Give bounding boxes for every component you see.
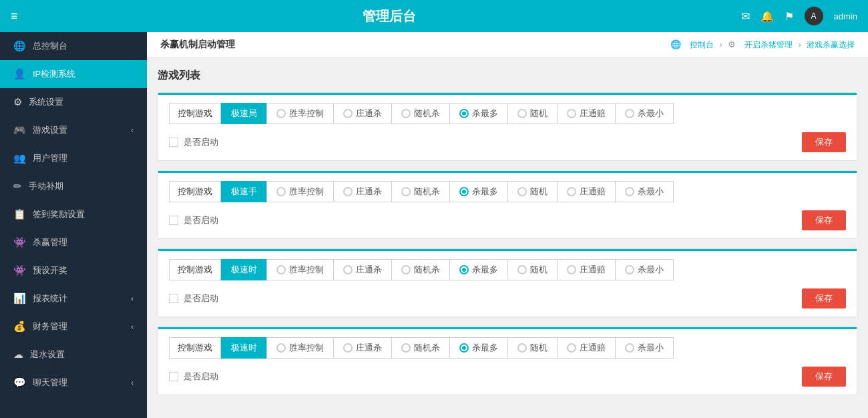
avatar[interactable]: A (805, 7, 823, 25)
radio-circle-4-6 (625, 343, 634, 353)
rebate-icon: ☁ (13, 349, 23, 361)
radio-banker-comp-1[interactable]: 庄通赔 (557, 103, 616, 124)
bell-icon[interactable]: 🔔 (761, 10, 774, 23)
arrow-icon: ‹ (131, 126, 134, 134)
game-card-1-controls: 控制游戏 极速局 胜率控制 庄通杀 (169, 103, 846, 124)
enable-row-4: 是否启动 (169, 371, 218, 383)
radio-kill-most-2[interactable]: 杀最多 (449, 181, 508, 202)
radio-label-2-4: 随机 (530, 186, 548, 198)
radio-kill-most-1[interactable]: 杀最多 (449, 103, 508, 124)
hamburger-button[interactable]: ≡ (11, 9, 18, 23)
game-card-4-header: 控制游戏 极速时 胜率控制 庄通杀 (158, 327, 857, 359)
save-button-1[interactable]: 保存 (802, 132, 846, 152)
kill-icon: 👾 (13, 236, 26, 248)
radio-kill-min-3[interactable]: 杀最小 (615, 259, 674, 280)
game-badge-4[interactable]: 极速时 (221, 337, 267, 359)
sidebar-item-kill-management[interactable]: 👾 杀赢管理 (0, 228, 147, 256)
sidebar-item-ip-detection[interactable]: 👤 IP检测系统 (0, 60, 147, 88)
finance-icon: 💰 (13, 321, 26, 333)
sidebar-item-manual[interactable]: ✏ 手动补期 (0, 172, 147, 200)
sidebar-item-game-settings[interactable]: 🎮 游戏设置 ‹ (0, 116, 147, 144)
header-title: 管理后台 (37, 7, 741, 25)
game-badge-3[interactable]: 极速时 (221, 259, 267, 280)
radio-random-2[interactable]: 随机 (507, 181, 558, 202)
save-button-3[interactable]: 保存 (802, 288, 846, 308)
radio-win-rate-4[interactable]: 胜率控制 (266, 337, 334, 359)
game-icon: 🎮 (13, 124, 26, 136)
radio-kill-min-1[interactable]: 杀最小 (615, 103, 674, 124)
sidebar-item-chat[interactable]: 💬 聊天管理 ‹ (0, 369, 147, 397)
enable-label-3: 是否启动 (184, 292, 218, 304)
sidebar-item-reports[interactable]: 📊 报表统计 ‹ (0, 284, 147, 312)
radio-kill-min-2[interactable]: 杀最小 (615, 181, 674, 202)
game-card-3-body: 是否启动 保存 (158, 280, 857, 317)
avatar-letter: A (811, 11, 817, 21)
radio-label-2-1: 庄通杀 (356, 186, 382, 198)
radio-random-kill-1[interactable]: 随机杀 (391, 103, 450, 124)
sidebar-label-signin: 签到奖励设置 (33, 208, 85, 220)
radio-banker-kill-4[interactable]: 庄通杀 (333, 337, 392, 359)
radio-label-4-3: 杀最多 (472, 342, 498, 354)
game-card-4: 控制游戏 极速时 胜率控制 庄通杀 (158, 327, 857, 395)
breadcrumb-link-1[interactable]: 控制台 (690, 40, 714, 49)
radio-label-1-5: 庄通赔 (580, 108, 606, 120)
radio-banker-kill-2[interactable]: 庄通杀 (333, 181, 392, 202)
radio-random-4[interactable]: 随机 (507, 337, 558, 359)
enable-checkbox-2[interactable] (169, 216, 178, 225)
sidebar-item-preset[interactable]: 👾 预设开奖 (0, 256, 147, 284)
radio-random-kill-3[interactable]: 随机杀 (391, 259, 450, 280)
radio-group-2: 胜率控制 庄通杀 随机杀 (267, 181, 846, 202)
flag-icon[interactable]: ⚑ (785, 10, 794, 23)
game-label-2: 控制游戏 (169, 181, 221, 202)
radio-circle-2-0 (276, 187, 286, 196)
game-badge-1[interactable]: 极速局 (221, 103, 267, 124)
radio-banker-comp-4[interactable]: 庄通赔 (557, 337, 616, 359)
game-card-2: 控制游戏 极速手 胜率控制 庄通杀 (158, 170, 857, 239)
sidebar-item-user-management[interactable]: 👥 用户管理 (0, 144, 147, 172)
radio-kill-most-3[interactable]: 杀最多 (449, 259, 508, 280)
save-button-2[interactable]: 保存 (802, 210, 846, 230)
sidebar-item-system-settings[interactable]: ⚙ 系统设置 (0, 88, 147, 116)
sidebar-label-kill: 杀赢管理 (33, 236, 67, 248)
radio-random-3[interactable]: 随机 (507, 259, 558, 280)
enable-checkbox-4[interactable] (169, 372, 178, 381)
enable-row-2: 是否启动 (169, 214, 218, 226)
radio-random-1[interactable]: 随机 (507, 103, 558, 124)
radio-banker-comp-3[interactable]: 庄通赔 (557, 259, 616, 280)
radio-label-1-1: 庄通杀 (356, 108, 382, 120)
game-badge-2[interactable]: 极速手 (221, 181, 267, 202)
radio-banker-kill-3[interactable]: 庄通杀 (333, 259, 392, 280)
radio-win-rate-3[interactable]: 胜率控制 (266, 259, 334, 280)
radio-circle-3-2 (401, 265, 411, 274)
enable-label-1: 是否启动 (184, 136, 218, 148)
radio-random-kill-2[interactable]: 随机杀 (391, 181, 450, 202)
sidebar-item-finance[interactable]: 💰 财务管理 ‹ (0, 312, 147, 341)
enable-checkbox-3[interactable] (169, 294, 178, 303)
radio-banker-kill-1[interactable]: 庄通杀 (333, 103, 392, 124)
radio-circle-4-4 (517, 343, 527, 353)
radio-circle-1-4 (517, 109, 527, 118)
radio-label-2-3: 杀最多 (472, 186, 498, 198)
radio-kill-most-4[interactable]: 杀最多 (449, 337, 508, 359)
game-card-3: 控制游戏 极速时 胜率控制 庄通杀 (158, 248, 857, 317)
game-card-1-header: 控制游戏 极速局 胜率控制 庄通杀 (158, 93, 857, 124)
radio-label-4-6: 杀最小 (638, 342, 664, 354)
preset-icon: 👾 (13, 264, 26, 276)
radio-random-kill-4[interactable]: 随机杀 (391, 337, 450, 359)
main: 杀赢机制启动管理 🌐 控制台 › ⚙ 开启杀猪管理 › 游戏杀赢选择 游戏列表 (147, 32, 868, 418)
ip-icon: 👤 (13, 68, 26, 80)
sidebar-item-signin[interactable]: 📋 签到奖励设置 (0, 200, 147, 228)
radio-win-rate-1[interactable]: 胜率控制 (266, 103, 334, 124)
breadcrumb-sep2: › (720, 40, 722, 49)
radio-win-rate-2[interactable]: 胜率控制 (266, 181, 334, 202)
breadcrumb-link-2[interactable]: 开启杀猪管理 (744, 40, 793, 49)
radio-banker-comp-2[interactable]: 庄通赔 (557, 181, 616, 202)
enable-label-2: 是否启动 (184, 214, 218, 226)
save-button-4[interactable]: 保存 (802, 367, 846, 387)
sidebar-item-rebate[interactable]: ☁ 退水设置 (0, 341, 147, 369)
radio-kill-min-4[interactable]: 杀最小 (615, 337, 674, 359)
enable-checkbox-1[interactable] (169, 138, 178, 147)
sidebar-item-dashboard[interactable]: 🌐 总控制台 (0, 32, 147, 60)
mail-icon[interactable]: ✉ (741, 10, 750, 23)
radio-circle-4-3 (459, 343, 469, 353)
